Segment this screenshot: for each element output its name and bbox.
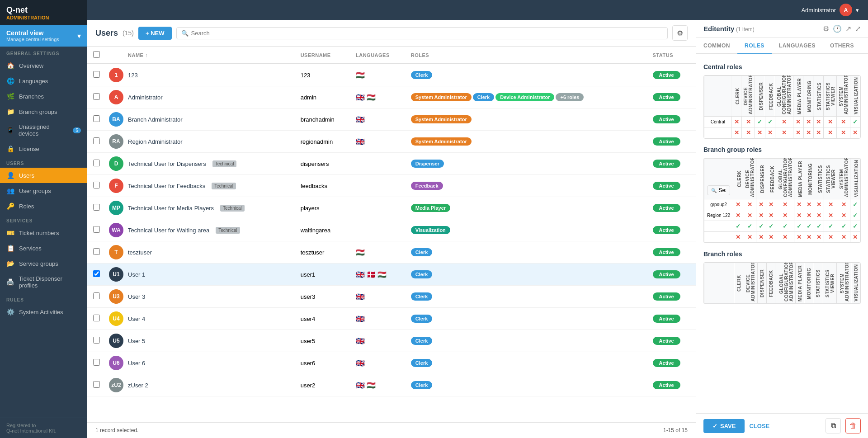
cell[interactable]: ✕ [756,199,766,210]
table-row[interactable]: U4User 4user4🇬🇧ClerkActive [87,308,696,330]
sidebar-item-branch-groups[interactable]: 📁 Branch groups [0,104,87,119]
row-checkbox[interactable] [93,137,100,144]
cell[interactable]: ✕ [775,117,793,127]
cell[interactable]: ✓ [766,221,776,232]
cell[interactable]: ✕ [756,232,766,243]
cell[interactable]: ✕ [804,199,814,210]
table-row[interactable]: U6User 6user6🇬🇧ClerkActive [87,352,696,374]
branch-search-input[interactable] [719,187,726,193]
copy-button[interactable]: ⧉ [826,418,841,433]
sidebar-item-users[interactable]: 👤 Users [0,168,87,183]
cell[interactable]: ✕ [850,127,860,138]
cell[interactable]: ✕ [837,210,850,221]
cell[interactable]: ✕ [743,232,756,243]
tab-roles[interactable]: ROLES [737,38,772,54]
cell[interactable]: ✕ [733,199,743,210]
table-row[interactable]: U1User 1user1🇬🇧🇩🇰🇭🇺ClerkActive [87,264,696,286]
cell[interactable]: ✓ [814,221,824,232]
cell[interactable]: ✕ [804,210,814,221]
settings-icon[interactable]: ⚙ [823,24,829,33]
table-row[interactable]: AAdministratoradmin🇬🇧🇭🇺System Administra… [87,86,696,108]
cell[interactable]: ✕ [766,232,776,243]
cell[interactable]: ✕ [850,232,860,243]
cell[interactable]: ✕ [824,199,837,210]
cell[interactable]: ✓ [804,221,814,232]
sidebar-item-system-activities[interactable]: ⚙️ System Activities [0,304,87,320]
cell[interactable]: ✕ [813,127,823,138]
table-row[interactable]: RARegion Administratorregionadmin🇬🇧Syste… [87,131,696,153]
sidebar-item-languages[interactable]: 🌐 Languages [0,73,87,89]
cell[interactable]: ✕ [803,117,813,127]
cell[interactable]: ✕ [756,210,766,221]
sidebar-item-roles[interactable]: 🔑 Roles [0,198,87,214]
table-row[interactable]: MPTechnical User for Media PlayersTechni… [87,197,696,219]
row-checkbox[interactable] [93,315,100,321]
row-checkbox[interactable] [93,337,100,344]
cell[interactable]: ✕ [794,199,804,210]
save-button[interactable]: ✓ SAVE [703,419,745,433]
cell[interactable]: ✕ [731,117,741,127]
cell[interactable]: ✓ [850,117,860,127]
cell[interactable]: ✕ [794,210,804,221]
cell[interactable]: ✕ [803,127,813,138]
cell[interactable]: ✕ [793,127,803,138]
row-checkbox[interactable] [93,182,100,188]
table-row[interactable]: U3User 3user3🇬🇧ClerkActive [87,286,696,308]
tab-others[interactable]: OTHERS [823,38,861,54]
cell[interactable]: ✕ [824,127,837,138]
sidebar-item-license[interactable]: 🔒 License [0,141,87,156]
sidebar-item-user-groups[interactable]: 👥 User groups [0,183,87,198]
row-checkbox[interactable] [93,226,100,233]
history-icon[interactable]: 🕐 [833,24,842,33]
cell[interactable]: ✕ [741,117,755,127]
cell[interactable]: ✕ [814,199,824,210]
row-checkbox[interactable] [93,359,100,366]
row-checkbox[interactable] [93,270,100,277]
row-checkbox[interactable] [93,248,100,255]
cell[interactable]: ✓ [776,221,794,232]
cell[interactable]: ✕ [824,210,837,221]
cell[interactable]: ✕ [776,210,794,221]
cell[interactable]: ✕ [731,127,741,138]
cell[interactable]: ✕ [793,117,803,127]
filter-button[interactable]: ⚙ [672,25,688,41]
cell[interactable]: ✓ [756,221,766,232]
cell[interactable]: ✕ [824,232,837,243]
tab-languages[interactable]: LANGUAGES [772,38,823,54]
row-checkbox[interactable] [93,115,100,122]
cell[interactable]: ✓ [850,210,860,221]
cell[interactable]: ✕ [743,199,756,210]
row-checkbox[interactable] [93,93,100,100]
cell[interactable]: ✕ [743,210,756,221]
table-row[interactable]: zU2zUser 2user2🇬🇧🇭🇺ClerkActive [87,374,696,396]
cell[interactable]: ✕ [765,127,775,138]
cell[interactable]: ✕ [766,210,776,221]
cell[interactable]: ✓ [850,199,860,210]
cell[interactable]: ✕ [814,210,824,221]
central-view-button[interactable]: Central view Manage central settings ▾ [0,25,87,47]
table-row[interactable]: FTechnical User for FeedbacksTechnicalfe… [87,175,696,197]
cell[interactable]: ✕ [733,232,743,243]
table-row[interactable]: 1123123🇭🇺ClerkActive [87,64,696,86]
cell[interactable]: ✓ [850,221,860,232]
cell[interactable]: ✓ [794,221,804,232]
chevron-down-icon[interactable]: ▾ [856,7,859,14]
share-icon[interactable]: ↗ [845,24,851,33]
select-all-checkbox[interactable] [93,51,100,58]
cell[interactable]: ✕ [776,199,794,210]
sidebar-item-services[interactable]: 📋 Services [0,240,87,256]
table-row[interactable]: BABranch Administratorbranchadmin🇬🇧Syste… [87,108,696,131]
cell[interactable]: ✕ [814,232,824,243]
sidebar-item-service-groups[interactable]: 📂 Service groups [0,256,87,271]
cell[interactable]: ✓ [733,221,743,232]
new-user-button[interactable]: + NEW [138,27,172,40]
cell[interactable]: ✕ [837,199,850,210]
expand-icon[interactable]: ⤢ [855,24,861,33]
table-row[interactable]: U5User 5user5🇬🇧ClerkActive [87,330,696,352]
cell[interactable]: ✕ [733,210,743,221]
table-row[interactable]: WATechnical User for Waiting areaTechnic… [87,219,696,241]
delete-button[interactable]: 🗑 [845,418,861,433]
cell[interactable]: ✕ [776,232,794,243]
cell[interactable]: ✕ [824,117,837,127]
cell[interactable]: ✕ [794,232,804,243]
